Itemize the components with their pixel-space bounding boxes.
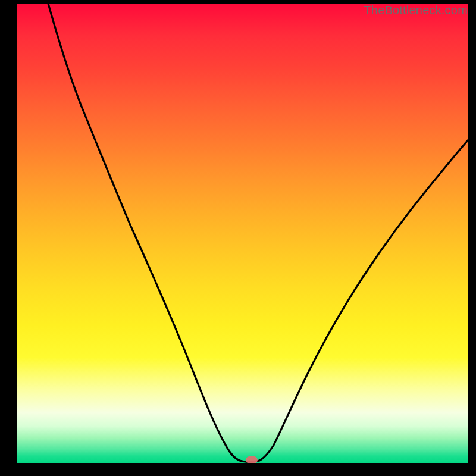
bottleneck-curve bbox=[48, 4, 468, 462]
plot-area bbox=[17, 4, 468, 463]
curve-layer bbox=[17, 4, 468, 463]
attribution-text: TheBottleneck.com bbox=[364, 4, 468, 17]
optimal-marker bbox=[246, 456, 258, 463]
chart-container: TheBottleneck.com bbox=[0, 0, 476, 476]
